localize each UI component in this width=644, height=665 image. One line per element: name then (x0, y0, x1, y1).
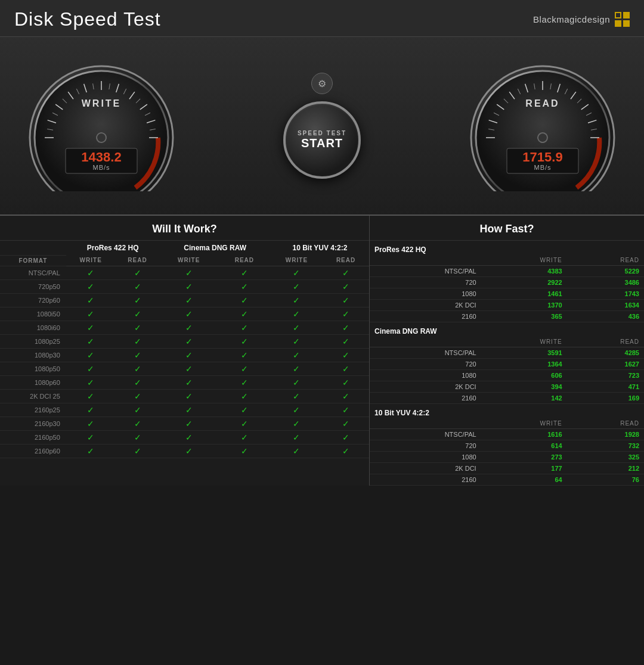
hf-write-cell: 64 (481, 474, 567, 486)
category-row: ProRes 422 HQ (370, 241, 644, 255)
check-cell: ✓ (116, 430, 160, 444)
table-row: 2160p50 ✓ ✓ ✓ ✓ ✓ ✓ (0, 430, 369, 444)
format-cell: 1080p25 (0, 334, 66, 348)
hf-format-cell: NTSC/PAL (370, 347, 481, 359)
hf-read-cell: 3486 (567, 277, 644, 288)
hf-write-cell: 1364 (481, 359, 567, 370)
format-cell: 2K DCI 25 (0, 389, 66, 403)
hf-data-row: NTSC/PAL 1616 1928 (370, 429, 644, 440)
col-yuv-header: 10 Bit YUV 4:2:2 (271, 241, 369, 255)
hf-format-cell: 1080 (370, 370, 481, 381)
check-cell: ✓ (323, 403, 369, 417)
check-cell: ✓ (159, 389, 218, 403)
prores-write-header: WRITE (66, 255, 116, 266)
hf-format-cell: NTSC/PAL (370, 266, 481, 277)
brand-sq-4 (623, 20, 630, 27)
table-row: 2160p25 ✓ ✓ ✓ ✓ ✓ ✓ (0, 403, 369, 417)
hf-format-cell: 2K DCI (370, 300, 481, 311)
settings-button[interactable]: ⚙ (311, 73, 333, 94)
check-cell: ✓ (218, 430, 271, 444)
how-fast-table: ProRes 422 HQ WRITE READ NTSC/PAL 4383 5… (370, 241, 644, 486)
brand-sq-3 (615, 20, 621, 27)
check-cell: ✓ (116, 444, 160, 458)
check-cell: ✓ (159, 403, 218, 417)
check-cell: ✓ (116, 334, 160, 348)
check-cell: ✓ (218, 444, 271, 458)
brand-logo: Blackmagicdesign (533, 12, 630, 27)
check-cell: ✓ (116, 417, 160, 430)
check-cell: ✓ (116, 348, 160, 362)
check-cell: ✓ (66, 389, 116, 403)
hf-read-cell: 169 (567, 393, 644, 404)
hf-data-row: 2160 142 169 (370, 393, 644, 404)
check-cell: ✓ (218, 417, 271, 430)
hf-data-row: 720 614 732 (370, 440, 644, 452)
dng-write-header: WRITE (159, 255, 218, 266)
hf-read-header: READ (567, 418, 644, 429)
hf-read-cell: 471 (567, 381, 644, 393)
hf-format-cell: 720 (370, 440, 481, 452)
check-cell: ✓ (323, 307, 369, 321)
check-cell: ✓ (116, 403, 160, 417)
will-it-work-title: Will It Work? (0, 216, 369, 241)
format-cell: 1080p50 (0, 362, 66, 375)
check-cell: ✓ (323, 389, 369, 403)
check-cell: ✓ (271, 444, 323, 458)
format-cell: 2160p50 (0, 430, 66, 444)
hf-data-row: 1080 1461 1743 (370, 288, 644, 300)
check-cell: ✓ (323, 293, 369, 307)
hf-read-cell: 1627 (567, 359, 644, 370)
check-cell: ✓ (159, 321, 218, 334)
check-cell: ✓ (218, 348, 271, 362)
format-cell: 720p50 (0, 279, 66, 293)
check-cell: ✓ (271, 334, 323, 348)
check-cell: ✓ (66, 321, 116, 334)
hf-write-cell: 4383 (481, 266, 567, 277)
check-cell: ✓ (271, 321, 323, 334)
check-cell: ✓ (271, 430, 323, 444)
check-cell: ✓ (323, 321, 369, 334)
hf-read-cell: 1743 (567, 288, 644, 300)
category-row: Cinema DNG RAW (370, 322, 644, 337)
check-cell: ✓ (159, 279, 218, 293)
svg-text:MB/s: MB/s (534, 164, 551, 171)
check-cell: ✓ (218, 375, 271, 389)
check-cell: ✓ (116, 321, 160, 334)
check-cell: ✓ (218, 389, 271, 403)
start-button[interactable]: SPEED TEST START (283, 101, 361, 179)
category-name: ProRes 422 HQ (370, 241, 644, 255)
col-dng-header: Cinema DNG RAW (159, 241, 270, 255)
hf-format-cell: 2K DCI (370, 381, 481, 393)
check-cell: ✓ (218, 307, 271, 321)
check-cell: ✓ (116, 389, 160, 403)
hf-write-cell: 394 (481, 381, 567, 393)
check-cell: ✓ (66, 348, 116, 362)
format-col-header: FORMAT (0, 255, 66, 266)
format-cell: 720p60 (0, 293, 66, 307)
hf-read-cell: 1928 (567, 429, 644, 440)
check-cell: ✓ (116, 375, 160, 389)
hf-format-header (370, 418, 481, 429)
hf-data-row: 720 2922 3486 (370, 277, 644, 288)
check-cell: ✓ (159, 307, 218, 321)
table-row: 1080i60 ✓ ✓ ✓ ✓ ✓ ✓ (0, 321, 369, 334)
hf-read-cell: 76 (567, 474, 644, 486)
check-cell: ✓ (116, 293, 160, 307)
hf-format-cell: 2160 (370, 393, 481, 404)
check-cell: ✓ (159, 375, 218, 389)
hf-read-header: READ (567, 255, 644, 266)
svg-text:WRITE: WRITE (82, 98, 122, 108)
check-cell: ✓ (271, 348, 323, 362)
table-row: NTSC/PAL ✓ ✓ ✓ ✓ ✓ ✓ (0, 266, 369, 279)
format-cell: 2160p60 (0, 444, 66, 458)
col-prores-header: ProRes 422 HQ (66, 241, 160, 255)
check-cell: ✓ (271, 375, 323, 389)
hf-read-cell: 4285 (567, 347, 644, 359)
hf-data-row: NTSC/PAL 4383 5229 (370, 266, 644, 277)
brand-sq-2 (623, 12, 630, 18)
hf-read-cell: 325 (567, 452, 644, 463)
hf-format-cell: 720 (370, 277, 481, 288)
check-cell: ✓ (218, 293, 271, 307)
table-row: 2160p60 ✓ ✓ ✓ ✓ ✓ ✓ (0, 444, 369, 458)
check-cell: ✓ (66, 334, 116, 348)
